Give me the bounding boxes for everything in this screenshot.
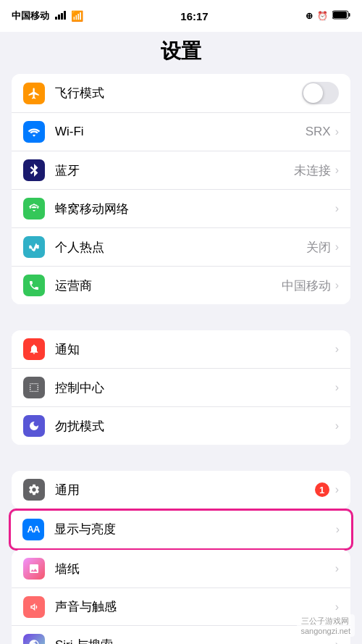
svg-rect-2 <box>61 13 63 20</box>
display-row[interactable]: AA 显示与亮度 › <box>11 511 351 548</box>
do-not-disturb-icon <box>23 415 45 437</box>
display-highlighted-wrapper: AA 显示与亮度 › <box>9 509 353 551</box>
general-icon <box>23 479 45 501</box>
cellular-label: 蜂窝移动网络 <box>55 201 335 217</box>
cellular-row[interactable]: 蜂窝移动网络 › <box>12 190 350 228</box>
airplane-label: 飞行模式 <box>55 85 302 101</box>
general-badge: 1 <box>315 482 329 497</box>
control-center-icon <box>23 377 45 398</box>
do-not-disturb-label: 勿扰模式 <box>55 418 335 435</box>
general-chevron: › <box>335 483 339 496</box>
control-center-label: 控制中心 <box>55 380 335 396</box>
cellular-icon <box>23 198 45 219</box>
general-label: 通用 <box>55 482 315 498</box>
sound-chevron: › <box>335 601 339 614</box>
wallpaper-row[interactable]: 墙纸 › <box>12 550 350 588</box>
watermark: 三公子游戏网sangongzi.net <box>297 614 355 637</box>
siri-icon <box>23 634 45 644</box>
siri-chevron: › <box>335 638 339 644</box>
hotspot-icon <box>23 236 45 258</box>
wifi-value: SRX <box>306 125 331 139</box>
svg-rect-5 <box>349 13 350 17</box>
display-icon: AA <box>22 519 44 540</box>
wallpaper-label: 墙纸 <box>55 561 335 577</box>
bluetooth-label: 蓝牙 <box>55 162 294 179</box>
carrier-value: 中国移动 <box>282 277 331 294</box>
toggle-thumb <box>303 83 323 103</box>
control-center-row[interactable]: 控制中心 › <box>12 369 350 407</box>
notifications-label: 通知 <box>55 341 335 358</box>
carrier-label: 运营商 <box>55 277 282 294</box>
do-not-disturb-row[interactable]: 勿扰模式 › <box>12 407 350 445</box>
alarm-icon: ⏰ <box>317 11 328 21</box>
battery-icon <box>332 10 350 22</box>
svg-rect-0 <box>55 17 57 20</box>
notifications-chevron: › <box>335 343 339 356</box>
network-list: 飞行模式 Wi-Fi SRX › 蓝牙 未连接 <box>12 74 350 304</box>
sound-label: 声音与触感 <box>55 598 335 615</box>
status-time: 16:17 <box>180 10 208 22</box>
hotspot-row[interactable]: 个人热点 关闭 › <box>12 228 350 267</box>
bluetooth-value: 未连接 <box>294 162 331 179</box>
wallpaper-icon <box>23 558 45 580</box>
wifi-icon <box>23 121 45 143</box>
signal-icon <box>55 11 68 22</box>
bluetooth-row[interactable]: 蓝牙 未连接 › <box>12 151 350 190</box>
wifi-status-icon: 📶 <box>71 10 83 22</box>
bluetooth-chevron: › <box>335 164 339 177</box>
svg-rect-3 <box>64 11 66 20</box>
general-row[interactable]: 通用 1 › <box>12 471 350 509</box>
airplane-toggle[interactable] <box>302 82 339 104</box>
carrier-icon <box>23 275 45 296</box>
wifi-label: Wi-Fi <box>55 125 306 139</box>
hotspot-value: 关闭 <box>306 239 331 256</box>
status-right: ⊕ ⏰ <box>306 10 350 22</box>
notifications-group: 通知 › 控制中心 › 勿扰模式 › <box>0 330 362 445</box>
airplane-row[interactable]: 飞行模式 <box>12 74 350 113</box>
sound-icon <box>23 596 45 618</box>
wifi-chevron: › <box>335 125 339 138</box>
cellular-chevron: › <box>335 202 339 215</box>
notifications-list: 通知 › 控制中心 › 勿扰模式 › <box>12 330 350 445</box>
svg-rect-1 <box>58 14 60 20</box>
display-list: 通用 1 › <box>12 471 350 509</box>
hotspot-chevron: › <box>335 241 339 254</box>
svg-rect-6 <box>333 12 347 18</box>
bluetooth-icon <box>23 159 45 181</box>
wifi-row[interactable]: Wi-Fi SRX › <box>12 113 350 151</box>
display-chevron: › <box>336 523 340 536</box>
notifications-row[interactable]: 通知 › <box>12 330 350 369</box>
wallpaper-chevron: › <box>335 562 339 575</box>
carrier-row[interactable]: 运营商 中国移动 › <box>12 267 350 304</box>
status-bar: 中国移动 📶 16:17 ⊕ ⏰ <box>0 0 362 32</box>
hotspot-label: 个人热点 <box>55 239 306 256</box>
network-group: 飞行模式 Wi-Fi SRX › 蓝牙 未连接 <box>0 74 362 304</box>
carrier-text: 中国移动 <box>12 9 49 22</box>
carrier-chevron: › <box>335 279 339 292</box>
status-left: 中国移动 📶 <box>12 9 83 22</box>
display-label: 显示与亮度 <box>54 521 336 538</box>
page-title: 设置 <box>0 32 362 74</box>
do-not-disturb-chevron: › <box>335 419 339 432</box>
airplane-icon <box>23 83 45 104</box>
location-icon: ⊕ <box>306 11 313 21</box>
siri-label: Siri 与搜索 <box>55 637 335 645</box>
notifications-icon <box>23 338 45 360</box>
control-center-chevron: › <box>335 381 339 394</box>
